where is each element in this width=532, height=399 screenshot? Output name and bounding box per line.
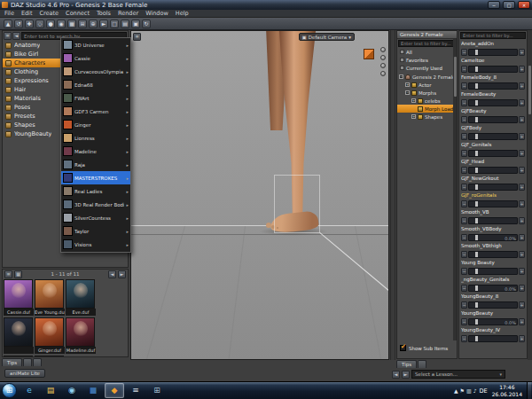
pan-control[interactable] xyxy=(380,55,386,60)
increment-button[interactable]: + xyxy=(519,82,525,90)
increment-button[interactable]: + xyxy=(519,167,525,174)
viewport-menu-icon[interactable]: ≡ xyxy=(133,33,141,41)
slider-handle[interactable] xyxy=(475,201,478,207)
new-scene-icon[interactable]: □ xyxy=(110,20,119,28)
slider-handle[interactable] xyxy=(475,83,478,89)
decrement-button[interactable]: − xyxy=(461,116,467,123)
flyout-item-3d-universe[interactable]: 3D Universe▸ xyxy=(61,38,130,51)
dolly-control[interactable] xyxy=(380,63,386,68)
filter-currently-used[interactable]: Currently Used xyxy=(397,64,457,72)
panel-tab-genesis-2-female[interactable]: Genesis 2 Female xyxy=(397,31,457,39)
frame-control[interactable] xyxy=(380,71,386,76)
slider-handle[interactable] xyxy=(475,218,478,223)
internet-explorer-icon[interactable]: e xyxy=(20,383,39,398)
slider-track[interactable]: 0.0% xyxy=(468,318,518,325)
increment-button[interactable]: + xyxy=(519,285,525,292)
save-icon[interactable]: ▣ xyxy=(131,20,140,28)
content-thumbnail[interactable]: Eve Young.duf xyxy=(35,279,65,317)
slider-handle[interactable] xyxy=(475,252,478,257)
increment-button[interactable]: + xyxy=(519,66,525,73)
scrollbar-thumb[interactable] xyxy=(528,66,531,114)
slider-track[interactable]: 0.0% xyxy=(468,285,518,292)
explorer-icon[interactable]: ▤ xyxy=(41,383,60,398)
slider-track[interactable] xyxy=(468,66,518,73)
open-icon[interactable]: ▤ xyxy=(121,20,129,28)
slider-track[interactable] xyxy=(468,133,518,140)
slider-handle[interactable] xyxy=(475,50,478,55)
slider-track[interactable] xyxy=(468,82,518,90)
minimize-button[interactable]: ─ xyxy=(488,1,500,9)
photoshop-icon[interactable]: ■ xyxy=(83,383,103,398)
checkbox[interactable]: ✔ xyxy=(400,345,406,351)
increment-button[interactable]: + xyxy=(519,150,525,157)
frame-icon[interactable]: ⊞ xyxy=(78,20,87,28)
orbit-control[interactable] xyxy=(380,47,386,52)
pane-splitter[interactable] xyxy=(390,30,395,360)
flyout-item-raja[interactable]: Raja▸ xyxy=(61,158,130,171)
slider-track[interactable] xyxy=(468,217,518,224)
calculator-icon[interactable]: ⊞ xyxy=(147,383,167,398)
lesson-next-icon[interactable]: ► xyxy=(402,371,410,379)
decrement-button[interactable]: − xyxy=(461,335,467,342)
slider-track[interactable] xyxy=(468,99,518,106)
decrement-button[interactable]: − xyxy=(461,217,467,224)
decrement-button[interactable]: − xyxy=(461,200,467,207)
rotate-tool-icon[interactable]: ↺ xyxy=(14,20,23,28)
show-sub-items[interactable]: ✔ Show Sub Items xyxy=(400,345,448,351)
content-thumbnail[interactable] xyxy=(35,356,65,356)
tree-node-morphs[interactable]: −Morphs xyxy=(397,89,457,97)
increment-button[interactable]: + xyxy=(519,217,525,224)
aim-icon[interactable]: ⊕ xyxy=(89,20,98,28)
viewport[interactable]: ≡ ▣ Default Camera ▾ xyxy=(130,30,389,360)
close-button[interactable]: ✕ xyxy=(518,1,530,9)
flyout-item-masterstrokes[interactable]: MASTERSTROKES▸ xyxy=(61,171,130,184)
slider-track[interactable] xyxy=(468,301,518,309)
tree-node-celebs[interactable]: +celebs xyxy=(397,97,457,105)
flyout-item-silvercountess[interactable]: SilverCountess▸ xyxy=(61,211,130,224)
slider-track[interactable] xyxy=(468,335,518,342)
filter-favorites[interactable]: Favorites xyxy=(397,56,457,64)
increment-button[interactable]: + xyxy=(519,99,525,106)
menu-item-connect[interactable]: Connect xyxy=(66,10,90,17)
menu-item-render[interactable]: Render xyxy=(118,10,138,17)
increment-button[interactable]: + xyxy=(519,133,525,140)
slider-handle[interactable] xyxy=(475,336,478,341)
decrement-button[interactable]: − xyxy=(461,251,467,258)
menu-item-file[interactable]: File xyxy=(4,10,14,17)
flyout-item-real-ladies[interactable]: Real Ladies▸ xyxy=(61,184,130,198)
slider-track[interactable] xyxy=(468,268,518,275)
slider-handle[interactable] xyxy=(475,117,478,122)
flyout-item-visions[interactable]: Visions▸ xyxy=(61,238,130,251)
pane-tab-stub[interactable] xyxy=(418,360,426,368)
increment-button[interactable]: + xyxy=(519,200,525,207)
decrement-button[interactable]: − xyxy=(461,184,467,191)
maximize-button[interactable]: □ xyxy=(503,1,515,9)
node-selection-tool-icon[interactable]: ▲ xyxy=(4,20,12,28)
page-next-icon[interactable]: ► xyxy=(118,270,126,278)
tray-expand-icon[interactable]: ▲ xyxy=(454,387,458,394)
tree-node-shapes[interactable]: +Shapes xyxy=(397,113,457,121)
expander-icon[interactable]: + xyxy=(411,114,416,119)
flyout-item-ginger[interactable]: Ginger▸ xyxy=(61,118,130,131)
pane-menu-icon[interactable]: ≡ xyxy=(4,32,12,40)
increment-button[interactable]: + xyxy=(519,116,525,123)
slider-handle[interactable] xyxy=(475,184,478,190)
content-thumbnail[interactable]: Olympia 6 HD.duf xyxy=(4,356,34,356)
increment-button[interactable]: + xyxy=(519,251,525,258)
lesson-dropdown[interactable]: Select a Lesson... ▾ xyxy=(411,370,505,379)
tree-node-genesis-2-female[interactable]: −Genesis 2 Female xyxy=(397,73,457,81)
expander-icon[interactable] xyxy=(411,106,416,111)
title-bar[interactable]: DAZ Studio 4.6 Pro - Genesis 2 Base Fema… xyxy=(0,0,532,10)
slider-handle[interactable] xyxy=(475,168,478,173)
menu-item-tools[interactable]: Tools xyxy=(97,10,111,17)
slider-track[interactable] xyxy=(468,251,518,258)
decrement-button[interactable]: − xyxy=(461,301,467,309)
network-icon[interactable]: ▥ xyxy=(466,387,472,394)
pane-tab-stub[interactable] xyxy=(23,358,32,366)
slider-handle[interactable] xyxy=(475,286,478,291)
decrement-button[interactable]: − xyxy=(461,167,467,174)
decrement-button[interactable]: − xyxy=(461,150,467,157)
content-thumbnail[interactable]: Ginger.duf xyxy=(35,317,65,355)
tab-tips-right[interactable]: Tips xyxy=(396,360,417,368)
slider-handle[interactable] xyxy=(475,269,478,274)
